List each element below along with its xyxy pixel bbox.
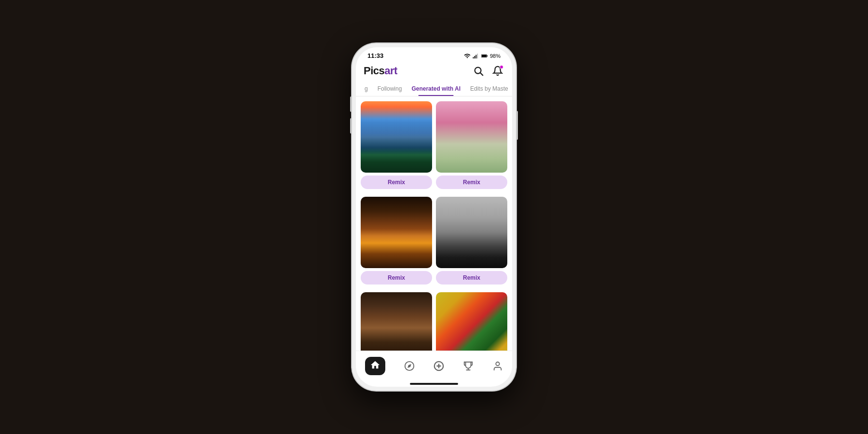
image-card-man	[361, 292, 432, 351]
image-flowers[interactable]	[436, 292, 507, 351]
volume-down-button[interactable]	[350, 118, 352, 134]
trophy-icon	[463, 361, 474, 371]
status-bar: 11:33 98%	[356, 47, 512, 62]
create-icon	[434, 361, 444, 371]
tabs-bar: g Following Generated with AI Edits by M…	[356, 81, 512, 96]
image-man[interactable]	[361, 292, 432, 351]
search-button[interactable]	[472, 64, 485, 78]
tab-generated-ai[interactable]: Generated with AI	[407, 81, 465, 96]
svg-line-8	[480, 73, 483, 75]
notification-button[interactable]	[491, 64, 504, 78]
image-card-mountains: Remix	[361, 101, 432, 189]
nav-create[interactable]	[429, 359, 449, 373]
nav-challenges[interactable]	[458, 359, 478, 373]
image-lanterns[interactable]	[361, 197, 432, 268]
bottom-navigation	[356, 351, 512, 380]
svg-rect-3	[477, 54, 478, 58]
image-grid: Remix Remix Remix Remix	[361, 101, 507, 351]
image-card-lanterns: Remix	[361, 197, 432, 285]
profile-icon	[492, 361, 503, 371]
nav-profile[interactable]	[488, 359, 508, 373]
remix-button-lanterns[interactable]: Remix	[361, 271, 432, 285]
svg-marker-10	[407, 364, 411, 368]
tab-trending[interactable]: g	[360, 81, 373, 96]
remix-button-mountains[interactable]: Remix	[361, 176, 432, 189]
image-card-flowers	[436, 292, 507, 351]
status-time: 11:33	[367, 52, 383, 59]
tab-edits-master[interactable]: Edits by Maste	[465, 81, 512, 96]
svg-rect-0	[473, 57, 474, 58]
nav-explore[interactable]	[399, 359, 420, 373]
nav-home-bg	[365, 357, 385, 375]
battery-percent: 98%	[490, 53, 501, 59]
phone-frame: 11:33 98% P	[352, 43, 516, 391]
svg-point-14	[496, 362, 499, 366]
signal-icon	[473, 53, 479, 59]
home-indicator	[410, 383, 458, 385]
remix-button-dog[interactable]: Remix	[436, 271, 507, 285]
svg-rect-5	[482, 54, 487, 56]
status-icons: 98%	[464, 53, 501, 59]
notification-badge	[500, 65, 503, 69]
svg-rect-1	[474, 56, 475, 58]
image-card-goat: Remix	[436, 101, 507, 189]
volume-up-button[interactable]	[350, 96, 352, 112]
app-logo: Picsart	[364, 65, 397, 77]
app-header: Picsart	[356, 62, 512, 81]
header-icons	[472, 64, 504, 78]
svg-rect-6	[487, 55, 488, 56]
tab-following[interactable]: Following	[373, 81, 407, 96]
explore-icon	[404, 361, 415, 371]
battery-icon	[481, 53, 488, 59]
power-button[interactable]	[516, 111, 518, 140]
main-content: Remix Remix Remix Remix	[356, 96, 512, 351]
home-icon	[370, 360, 380, 370]
image-mountains[interactable]	[361, 101, 432, 173]
remix-button-goat[interactable]: Remix	[436, 176, 507, 189]
image-goat[interactable]	[436, 101, 507, 173]
image-dog[interactable]	[436, 197, 507, 268]
nav-home[interactable]	[360, 355, 390, 377]
svg-rect-2	[475, 54, 476, 58]
phone-screen: 11:33 98% P	[356, 47, 512, 387]
wifi-icon	[464, 53, 471, 59]
image-card-dog: Remix	[436, 197, 507, 285]
